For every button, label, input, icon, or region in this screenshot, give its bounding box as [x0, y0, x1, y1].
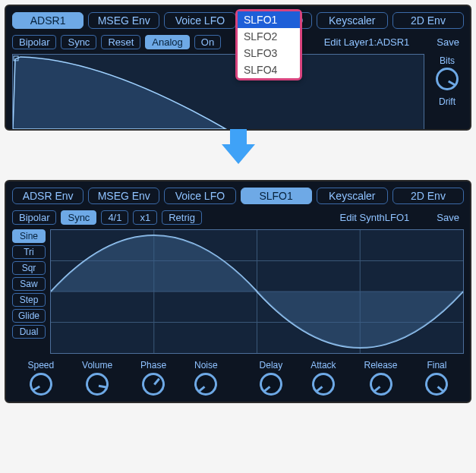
phase-label: Phase	[140, 360, 166, 371]
side-controls: Bits Drift	[429, 52, 465, 131]
lfo-grid	[51, 230, 463, 353]
edit-synthlfo-label: Edit SynthLFO1	[340, 212, 410, 223]
tab-keyscaler[interactable]: Keyscaler	[317, 12, 388, 29]
volume-knob-item: Volume	[82, 360, 112, 396]
transition-arrow	[5, 131, 471, 180]
rate-button[interactable]: 4/1	[101, 210, 128, 225]
tab-voice-lfo[interactable]: Voice LFO	[164, 12, 235, 29]
noise-knob[interactable]	[194, 373, 217, 396]
arrow-down-icon	[222, 144, 255, 164]
drift-label: Drift	[439, 96, 456, 107]
edit-layer-label: Edit Layer1:ADSR1	[324, 36, 410, 48]
wave-dual[interactable]: Dual	[12, 325, 46, 339]
on-button[interactable]: On	[194, 35, 221, 49]
lfo-graph-area: Sine Tri Sqr Saw Step Glide Dual	[11, 228, 465, 355]
tab-adsr-env[interactable]: ADSR Env	[12, 188, 84, 204]
noise-knob-item: Noise	[194, 360, 218, 396]
wave-glide[interactable]: Glide	[12, 309, 46, 323]
tab-adsr1[interactable]: ADSR1	[12, 12, 84, 29]
waveform-buttons: Sine Tri Sqr Saw Step Glide Dual	[12, 229, 46, 354]
wave-tri[interactable]: Tri	[12, 245, 46, 259]
bottom-options-row: Bipolar Sync 4/1 x1 Retrig Edit SynthLFO…	[11, 209, 465, 228]
attack-knob[interactable]	[312, 373, 335, 396]
attack-knob-item: Attack	[311, 360, 336, 396]
lfo-graph[interactable]	[50, 229, 464, 354]
knob-row: Speed Volume Phase Noise Delay Attack Re…	[11, 355, 465, 397]
retrig-button[interactable]: Retrig	[162, 210, 202, 225]
dropdown-item-slfo4[interactable]: SLFO4	[238, 61, 300, 78]
delay-knob-item: Delay	[260, 360, 283, 396]
final-knob-item: Final	[425, 360, 448, 396]
wave-sqr[interactable]: Sqr	[12, 261, 46, 275]
bits-knob[interactable]	[436, 68, 459, 90]
tab-mseg-env-2[interactable]: MSEG Env	[88, 188, 159, 204]
tab-voice-lfo-2[interactable]: Voice LFO	[164, 188, 235, 204]
bits-label: Bits	[440, 55, 455, 66]
tab-2d-env[interactable]: 2D Env	[392, 12, 464, 29]
release-knob-item: Release	[364, 360, 397, 396]
save-button-2[interactable]: Save	[437, 212, 459, 223]
final-label: Final	[427, 360, 446, 371]
phase-knob-item: Phase	[140, 360, 166, 396]
final-knob[interactable]	[425, 373, 448, 396]
slfo-dropdown[interactable]: SLFO1 SLFO2 SLFO3 SLFO4	[235, 9, 302, 80]
attack-label: Attack	[311, 360, 336, 371]
dropdown-item-slfo1[interactable]: SLFO1	[238, 11, 300, 28]
speed-label: Speed	[27, 360, 54, 371]
volume-label: Volume	[82, 360, 112, 371]
tab-mseg-env[interactable]: MSEG Env	[88, 12, 159, 29]
tab-2d-env-2[interactable]: 2D Env	[392, 188, 464, 204]
bipolar-button[interactable]: Bipolar	[12, 35, 56, 49]
bottom-tab-row: ADSR Env MSEG Env Voice LFO SLFO1 Keysca…	[11, 186, 465, 209]
delay-knob[interactable]	[260, 373, 282, 396]
save-button[interactable]: Save	[437, 36, 459, 48]
dropdown-item-slfo3[interactable]: SLFO3	[238, 45, 300, 61]
dropdown-item-slfo2[interactable]: SLFO2	[238, 28, 300, 45]
bottom-panel: ADSR Env MSEG Env Voice LFO SLFO1 Keysca…	[5, 180, 471, 403]
sync-button-2[interactable]: Sync	[61, 210, 96, 225]
delay-label: Delay	[260, 360, 283, 371]
top-panel: ADSR1 MSEG Env Voice LFO Global LFO Keys…	[5, 5, 471, 131]
reset-button[interactable]: Reset	[101, 35, 140, 49]
tab-keyscaler-2[interactable]: Keyscaler	[317, 188, 388, 204]
noise-label: Noise	[194, 360, 218, 371]
speed-knob[interactable]	[30, 373, 52, 396]
wave-step[interactable]: Step	[12, 293, 46, 307]
wave-saw[interactable]: Saw	[12, 277, 46, 291]
adsr-curve	[13, 55, 424, 129]
bipolar-button-2[interactable]: Bipolar	[12, 210, 56, 225]
release-label: Release	[364, 360, 397, 371]
speed-knob-item: Speed	[27, 360, 54, 396]
tab-slfo1[interactable]: SLFO1	[241, 188, 312, 204]
mult-button[interactable]: x1	[133, 210, 157, 225]
analog-button[interactable]: Analog	[145, 35, 189, 49]
release-knob[interactable]	[370, 373, 392, 396]
envelope-graph[interactable]	[12, 54, 424, 130]
phase-knob[interactable]	[142, 373, 165, 396]
wave-sine[interactable]: Sine	[12, 229, 46, 243]
sync-button[interactable]: Sync	[61, 35, 96, 49]
volume-knob[interactable]	[86, 373, 109, 396]
